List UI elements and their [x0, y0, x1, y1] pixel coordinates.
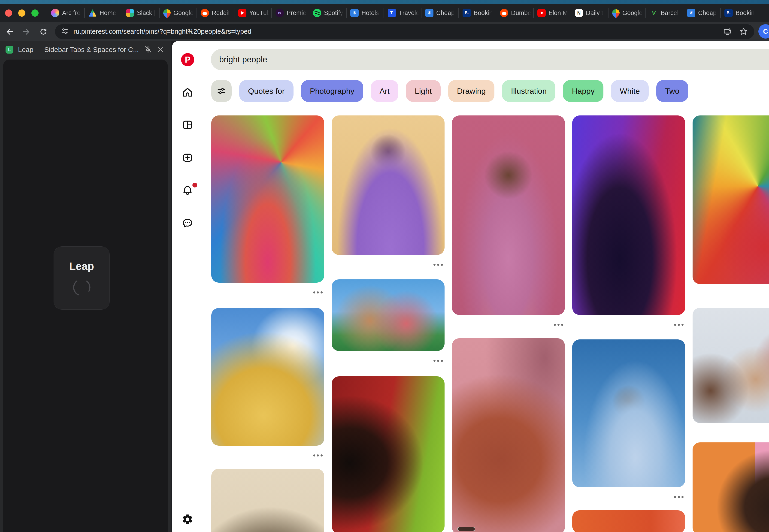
chip-illustration[interactable]: Illustration — [502, 80, 555, 102]
pin-image[interactable] — [572, 510, 685, 532]
pin-more-button[interactable] — [311, 454, 323, 457]
browser-tab[interactable]: VBarcel — [646, 9, 683, 17]
tab-label: Cheap — [436, 9, 455, 17]
pin-more-button[interactable] — [672, 323, 684, 326]
pinterest-logo[interactable]: P — [181, 53, 194, 66]
pin-image[interactable] — [572, 115, 685, 315]
browser-tab[interactable]: B.Bookin — [721, 9, 758, 17]
pin-image[interactable] — [332, 279, 445, 351]
browser-tab[interactable]: Reddit — [197, 9, 234, 17]
arc-favicon — [51, 9, 59, 17]
browser-tab[interactable]: Dumbe — [496, 9, 533, 17]
tab-label: Elon M — [548, 9, 568, 17]
drive-favicon — [88, 9, 97, 17]
pin-image[interactable] — [332, 115, 445, 255]
unpin-icon[interactable] — [143, 44, 153, 55]
tab-label: Travelo — [399, 9, 419, 17]
browser-tab[interactable]: Google — [160, 9, 197, 17]
refresh-button[interactable] — [38, 26, 49, 37]
browser-toolbar: ru.pinterest.com/search/pins/?q=bright%2… — [0, 22, 769, 41]
browser-tab[interactable]: ☀Hotels — [347, 9, 384, 17]
url-text: ru.pinterest.com/search/pins/?q=bright%2… — [73, 28, 716, 35]
tab-label: Slack | — [137, 9, 156, 17]
browser-tab[interactable]: Google — [609, 9, 645, 17]
sidebar-item-notifications[interactable] — [182, 184, 194, 196]
url-bar[interactable]: ru.pinterest.com/search/pins/?q=bright%2… — [55, 24, 754, 39]
tab-label: Daily t — [586, 9, 603, 17]
tab-strip: Arc froHomeSlack |GoogleRedditYouTubPrPr… — [47, 4, 769, 22]
chip-drawing[interactable]: Drawing — [448, 80, 495, 102]
tab-label: Dumbe — [511, 9, 531, 17]
browser-tab[interactable]: Slack | — [122, 9, 159, 17]
reddit-favicon — [500, 9, 508, 17]
browser-tab[interactable]: NDaily t — [571, 9, 608, 17]
chip-art[interactable]: Art — [371, 80, 398, 102]
sidebar-item-create[interactable] — [182, 152, 194, 164]
pin-image[interactable] — [693, 308, 769, 423]
chip-light[interactable]: Light — [406, 80, 441, 102]
sidebar-item-settings[interactable] — [182, 513, 194, 525]
browser-tab[interactable]: B.Bookin — [459, 9, 496, 17]
chip-quotes-for[interactable]: Quotes for — [239, 80, 294, 102]
pin-image[interactable] — [572, 339, 685, 487]
gear-icon — [182, 513, 194, 525]
premiere-favicon: Pr — [276, 9, 284, 17]
tab-label: Google — [622, 9, 642, 17]
pin-more-button[interactable] — [672, 496, 684, 498]
browser-tab[interactable]: Elon M — [534, 9, 571, 17]
browser-tab[interactable]: ☀Cheap — [421, 9, 458, 17]
pin-image[interactable] — [693, 442, 769, 532]
profile-avatar[interactable]: C — [758, 24, 769, 39]
site-settings-icon[interactable] — [60, 27, 69, 37]
video-scrubber[interactable] — [457, 527, 475, 531]
minimize-window-button[interactable] — [18, 9, 25, 17]
tab-label: Hotels — [361, 9, 379, 17]
flights-favicon: ☀ — [350, 9, 359, 17]
zoom-window-button[interactable] — [31, 9, 39, 17]
search-input[interactable]: bright people — [211, 49, 769, 70]
chip-photography[interactable]: Photography — [301, 80, 363, 102]
filter-chip[interactable] — [211, 80, 232, 102]
filter-chip-row: Quotes forPhotographyArtLightDrawingIllu… — [211, 80, 688, 102]
browser-tab[interactable]: ☀Cheap — [683, 9, 720, 17]
search-value: bright people — [219, 55, 267, 64]
pin-more-button[interactable] — [431, 359, 443, 362]
browser-tab[interactable]: Arc fro — [47, 9, 84, 17]
pin-image[interactable] — [693, 115, 769, 284]
nav-divider — [204, 41, 204, 532]
sidebar-item-home[interactable] — [182, 86, 194, 98]
pin-image[interactable] — [332, 376, 445, 532]
browser-tab[interactable]: YouTub — [234, 9, 271, 17]
youtube-favicon — [238, 9, 246, 17]
pin-image[interactable] — [452, 338, 565, 532]
install-app-icon[interactable] — [722, 27, 733, 37]
close-panel-icon[interactable] — [155, 44, 166, 55]
browser-tab[interactable]: T.Travelo — [384, 9, 421, 17]
close-window-button[interactable] — [5, 9, 12, 17]
browser-tab[interactable]: Spotify — [309, 9, 346, 17]
pin-more-button[interactable] — [431, 263, 443, 266]
browser-tab[interactable]: Home — [85, 9, 122, 17]
pin-image[interactable] — [452, 115, 565, 315]
pin-more-button[interactable] — [552, 323, 563, 326]
back-button[interactable] — [4, 26, 15, 37]
pin-image[interactable] — [211, 469, 324, 532]
tab-label: Barcel — [661, 9, 678, 17]
chip-happy[interactable]: Happy — [563, 80, 603, 102]
tab-label: Google — [173, 9, 194, 17]
desktop-strip — [0, 0, 769, 4]
chip-white[interactable]: White — [611, 80, 649, 102]
tab-label: Reddit — [212, 9, 230, 17]
pin-more-button[interactable] — [311, 291, 323, 294]
chip-two[interactable]: Two — [656, 80, 688, 102]
tab-label: YouTub — [249, 9, 269, 17]
forward-button[interactable] — [21, 26, 32, 37]
boards-icon — [182, 119, 194, 131]
flights-favicon: ☀ — [425, 9, 433, 17]
sidebar-item-boards[interactable] — [182, 119, 194, 131]
sidebar-item-messages[interactable] — [182, 217, 194, 229]
browser-tab[interactable]: PrPremie — [272, 9, 309, 17]
bookmark-star-icon[interactable] — [739, 27, 749, 37]
pin-image[interactable] — [211, 115, 324, 283]
pin-image[interactable] — [211, 308, 324, 446]
